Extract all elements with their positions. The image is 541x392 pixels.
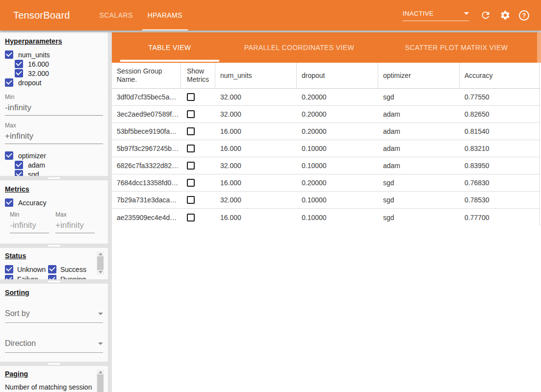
num-units-cell: 32.000 [215,89,297,105]
tab-hparams[interactable]: HPARAMS [140,0,190,30]
checkbox-label: Failure [17,275,38,280]
checkbox-label: Accuracy [18,199,47,207]
checked-checkbox-icon[interactable] [5,275,13,279]
session-group-name-cell: 3df0d7cf35bec5a… [112,89,181,105]
show-metrics-cell [181,174,215,191]
panel-resize-handle[interactable] [0,244,108,248]
show-metrics-checkbox[interactable] [187,179,195,187]
status-heading: Status [5,252,103,260]
show-metrics-checkbox[interactable] [187,196,195,204]
show-metrics-checkbox[interactable] [187,93,195,101]
dropout-cell: 0.20000 [297,89,378,105]
scrollbar-thumb[interactable] [97,374,103,392]
show-metrics-cell [181,157,215,174]
checked-checkbox-icon[interactable] [15,60,23,68]
show-metrics-cell [181,89,215,105]
scroll-down-icon[interactable] [99,271,103,273]
min-input[interactable]: -infinity [10,220,49,233]
tab-scalars[interactable]: SCALARS [92,0,140,30]
checkbox-label: 16.000 [28,60,49,68]
settings-gear-icon[interactable] [499,9,511,21]
checkbox-label: sgd [28,171,39,176]
dropout-cell: 0.20000 [297,174,378,191]
dropout-cell: 0.10000 [297,140,378,157]
metrics-checkbox-list: Accuracy [5,198,103,207]
num-units-cell: 32.000 [215,192,297,208]
max-input[interactable]: +infinity [55,220,95,233]
paging-scrollbar[interactable] [97,369,104,392]
checkbox-item-num-units: num_units [5,50,103,59]
session-group-table: Session Group Name.Show Metricsnum_units… [112,63,540,226]
show-metrics-checkbox[interactable] [187,214,195,221]
column-header-num-units: num_units [215,63,297,88]
session-group-name-cell: 7b29a731e3daca… [112,192,181,208]
optimizer-cell: adam [378,123,460,140]
show-metrics-checkbox[interactable] [187,110,195,118]
chevron-down-icon [464,12,469,15]
num-units-cell: 16.000 [215,140,297,157]
checked-checkbox-icon[interactable] [48,275,56,279]
paging-panel: Paging Number of matching session groups… [0,366,108,392]
accuracy-cell: 0.81540 [460,123,540,140]
num-units-cell: 16.000 [215,123,297,140]
metrics-min-max-row: Min -infinity Max +infinity [10,211,103,233]
checkbox-item-adam: adam [15,160,103,170]
scroll-up-icon[interactable] [99,253,103,255]
scrollbar-thumb[interactable] [97,256,103,270]
panel-resize-handle[interactable] [0,362,108,366]
panel-resize-handle[interactable] [0,279,108,284]
optimizer-cell: adam [378,106,460,122]
checked-checkbox-icon[interactable] [15,69,23,77]
app-title: TensorBoard [13,10,70,21]
view-tab-scatter-plot-matrix-view[interactable]: SCATTER PLOT MATRIX VIEW [379,32,534,63]
view-tab-table-view[interactable]: TABLE VIEW [120,32,219,63]
checked-checkbox-icon[interactable] [5,151,13,160]
hparams-main: TABLE VIEWPARALLEL COORDINATES VIEWSCATT… [112,32,541,392]
view-tab-parallel-coordinates-view[interactable]: PARALLEL COORDINATES VIEW [219,32,379,63]
accuracy-cell: 0.76830 [460,174,540,191]
hyperparameters-heading: Hyperparameters [5,37,103,45]
column-header-optimizer: optimizer [378,63,460,88]
show-metrics-checkbox[interactable] [187,127,195,135]
checked-checkbox-icon[interactable] [15,170,23,176]
sort-by-select[interactable]: Sort by [5,309,103,323]
max-input[interactable]: +infinity [5,131,103,144]
max-label: Max [55,211,95,218]
num-units-cell: 32.000 [215,157,297,174]
accuracy-cell: 0.83210 [460,140,540,157]
show-metrics-checkbox[interactable] [187,145,195,152]
optimizer-cell: adam [378,140,460,157]
dropout-max-field: Max +infinity [5,122,103,144]
hyperparameters-panel: Hyperparameters num_units16.00032.000dro… [0,32,108,176]
table-row: 6826c7fa3322d82…32.0000.10000adam0.83950 [112,157,540,174]
help-icon[interactable]: ? [519,10,529,21]
panel-resize-handle[interactable] [0,176,108,180]
num-units-cell: 16.000 [215,209,297,226]
status-scrollbar[interactable] [97,251,104,275]
checked-checkbox-icon[interactable] [5,198,13,207]
accuracy-cell: 0.78530 [460,192,540,208]
view-tabs: TABLE VIEWPARALLEL COORDINATES VIEWSCATT… [112,32,541,63]
checked-checkbox-icon[interactable] [48,265,56,273]
min-input[interactable]: -infinity [5,103,103,116]
show-metrics-cell [181,106,215,122]
checked-checkbox-icon[interactable] [5,265,13,273]
runs-status-selector[interactable]: INACTIVE [403,10,469,21]
table-body: 3df0d7cf35bec5a…32.0000.20000sgd0.775503… [112,89,540,226]
direction-select[interactable]: Direction [5,339,103,353]
checkbox-item-16-000: 16.000 [15,59,103,69]
runs-status-value: INACTIVE [403,10,434,17]
show-metrics-cell [181,123,215,140]
chevron-down-icon [98,313,103,315]
checked-checkbox-icon[interactable] [5,78,13,87]
checked-checkbox-icon[interactable] [15,161,23,169]
scrollbar-track[interactable] [537,32,541,63]
checkbox-label: Running [60,275,86,280]
scroll-up-icon[interactable] [99,371,103,373]
checkbox-label: adam [28,161,45,169]
refresh-icon[interactable] [480,9,491,21]
table-row: 7b29a731e3daca…32.0000.10000sgd0.78530 [112,192,540,209]
checked-checkbox-icon[interactable] [5,50,13,59]
show-metrics-checkbox[interactable] [187,162,195,170]
status-panel: Status UnknownSuccessFailureRunning [0,248,108,279]
